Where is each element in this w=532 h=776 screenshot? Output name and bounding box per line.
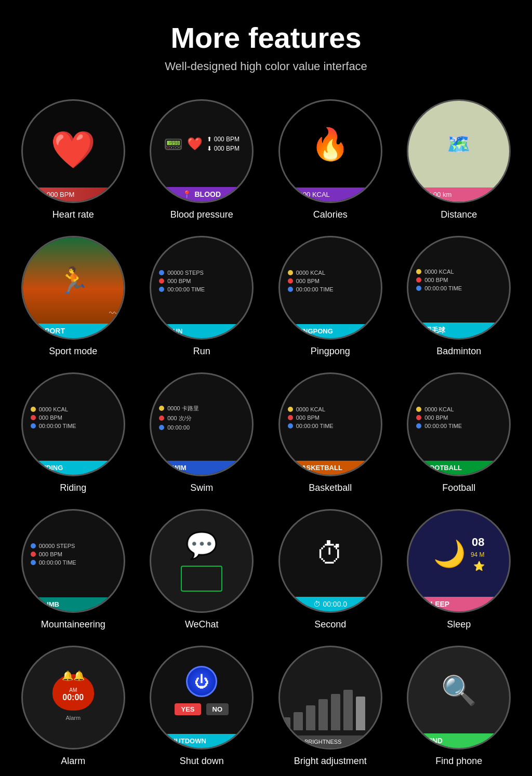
badminton-stats: 0000 KCAL 000 BPM 00:00:00 TIME — [408, 237, 509, 323]
badminton-label: Badminton — [436, 346, 481, 357]
features-grid: ❤️ ▬▬▬ 000 BPM Heart rate 📟 ❤️ ⬆ 000 BPM… — [11, 99, 521, 767]
mountaineering-label: Mountaineering — [41, 619, 105, 630]
alarm-am-label: AM — [69, 687, 77, 693]
page-title: More features — [170, 21, 361, 55]
brightness-display: ⚙ — [278, 647, 382, 735]
football-label: Football — [442, 483, 475, 493]
distance-bar: 📍 00.00 km — [408, 188, 509, 202]
heart-icon: ❤️ — [50, 111, 96, 188]
swim-circle: 0000 卡路里 000 次/分 00:00:00 🏊 SWIM — [150, 372, 254, 476]
shutdown-display: ⏻ YES NO — [175, 647, 229, 734]
brightness-bar: ▌▌▌▌ BRIGHTNESS — [280, 735, 381, 748]
distance-circle: 🗺️ 📍 00.00 km — [407, 99, 511, 203]
find-bar: 🔍 FIND — [408, 733, 509, 748]
brightness-chart — [281, 689, 365, 730]
blood-pressure-label: Blood pressure — [170, 209, 233, 220]
sleep-label: Sleep — [447, 619, 471, 630]
wechat-circle: 💬 — [150, 509, 254, 613]
pingpong-label: Pingpong — [311, 346, 350, 357]
feature-mountaineering: 00000 STEPS 000 BPM 00:00:00 TIME 🏔 CLIM… — [11, 509, 135, 630]
second-bar-text: 00:00.0 — [323, 600, 347, 608]
shutdown-label: Shut down — [180, 756, 224, 767]
time-dot — [288, 287, 293, 292]
climb-bar: 🏔 CLIMB — [23, 597, 124, 611]
feature-blood-pressure: 📟 ❤️ ⬆ 000 BPM ⬇ 000 BPM 📍 BLOOD Blood p… — [140, 99, 264, 220]
feature-second: ⏱ ⏱ 00:00.0 Second — [269, 509, 392, 630]
brightness-bar-text: BRIGHTNESS — [304, 739, 342, 745]
bar-1 — [281, 717, 290, 730]
riding-circle: 0000 KCAL 000 BPM 00:00:00 TIME 🚴 RIDING — [21, 372, 125, 476]
pingpong-bar: 🏓 PINGPONG — [280, 324, 381, 338]
run-stats: 00000 STEPS 000 BPM 00:00:00 TIME — [151, 237, 252, 324]
distance-bar-text: 📍 00.00 km — [414, 191, 451, 198]
sport-mode-label: Sport mode — [49, 346, 97, 357]
shutdown-bar-text: SHUTDOWN — [166, 737, 206, 745]
feature-sport-mode: 🏃 〰 👟 SPORT Sport mode — [11, 236, 135, 357]
run-bar: 🏃 RUN — [151, 324, 252, 338]
brightness-chart-icon: ▌▌▌▌ — [285, 739, 301, 745]
heart-rate-circle: ❤️ ▬▬▬ 000 BPM — [21, 99, 125, 203]
swim-icon: 🏊 — [156, 464, 165, 472]
feature-riding: 0000 KCAL 000 BPM 00:00:00 TIME 🚴 RIDING… — [11, 372, 135, 493]
bar-3 — [306, 705, 315, 730]
calories-bar: 🔥 0000 KCAL — [280, 188, 381, 202]
moon-small-icon: 🌙 — [414, 600, 422, 608]
bar-4 — [318, 699, 328, 730]
sport-bar-text: SPORT — [40, 327, 65, 335]
basketball-bar: 🏀 BASKETBALL — [280, 461, 381, 475]
no-button[interactable]: NO — [206, 703, 229, 715]
runner-icon: 🏃 — [57, 265, 89, 296]
shutdown-confirm-buttons: YES NO — [175, 703, 229, 715]
riding-bar: 🚴 RIDING — [23, 461, 124, 475]
riding-label: Riding — [60, 483, 86, 493]
feature-distance: 🗺️ 📍 00.00 km Distance — [397, 99, 521, 220]
heart-rate-bar: ▬▬▬ 000 BPM — [23, 188, 124, 202]
shutdown-circle: ⏻ YES NO ⏻ SHUTDOWN — [150, 646, 254, 750]
basketball-circle: 0000 KCAL 000 BPM 00:00:00 TIME 🏀 BASKET… — [278, 372, 382, 476]
second-circle: ⏱ ⏱ 00:00.0 — [278, 509, 382, 613]
find-icon: 🔍 — [414, 737, 422, 745]
distance-label: Distance — [441, 209, 477, 220]
kcal-dot — [288, 270, 293, 275]
ecg-icon: 📟 — [164, 135, 183, 153]
bar-5 — [331, 694, 340, 730]
power-button-icon: ⏻ — [186, 666, 217, 697]
basketball-label: Basketball — [309, 483, 352, 493]
sleep-bar: 🌙 SLEEP — [408, 597, 509, 611]
alarm-label: Alarm — [61, 756, 85, 767]
brightness-circle: ⚙ ▌▌▌▌ BRIGHTNESS — [278, 646, 382, 750]
sport-bar: 👟 SPORT — [23, 324, 124, 338]
feature-brightness: ⚙ ▌▌▌▌ BRIGHTNESS Bright adjustment — [269, 646, 392, 767]
feature-shutdown: ⏻ YES NO ⏻ SHUTDOWN Shut down — [140, 646, 264, 767]
run-bar-text: RUN — [168, 327, 182, 335]
blood-pin-icon: 📍 — [182, 190, 191, 198]
football-circle: 0000 KCAL 000 BPM 00:00:00 TIME ⚽ FOOTBA… — [407, 372, 511, 476]
football-stats: 0000 KCAL 000 BPM 00:00:00 TIME — [408, 374, 509, 461]
calories-circle: 🔥 🔥 0000 KCAL — [278, 99, 382, 203]
sport-shoe-icon: 👟 — [28, 327, 37, 335]
bike-icon: 🚴 — [28, 464, 36, 472]
riding-stats: 0000 KCAL 000 BPM 00:00:00 TIME — [23, 374, 124, 461]
wechat-screen — [181, 566, 222, 592]
blood-icons: 📟 ❤️ ⬆ 000 BPM ⬇ 000 BPM — [164, 101, 240, 187]
yes-button[interactable]: YES — [175, 703, 201, 715]
heart-rate-label: Heart rate — [52, 209, 94, 220]
riding-bar-text: RIDING — [39, 464, 63, 472]
badminton-bar-text: 羽毛球 — [425, 326, 445, 335]
alarm-clock-icon: 🔔🔔 AM 00:00 — [52, 674, 94, 711]
sleep-hour: 08 — [472, 536, 484, 549]
wechat-logo-icon: 💬 — [185, 530, 218, 560]
badminton-icon: 🏸 — [414, 327, 422, 335]
wechat-label: WeChat — [185, 619, 219, 630]
bar-2 — [294, 712, 303, 730]
blood-pressure-circle: 📟 ❤️ ⬆ 000 BPM ⬇ 000 BPM 📍 BLOOD — [150, 99, 254, 203]
football-bar-text: FOOTBALL — [425, 464, 462, 472]
bpm-dot — [288, 278, 293, 284]
find-phone-label: Find phone — [435, 756, 482, 767]
run-label: Run — [193, 346, 210, 357]
flame-icon: 🔥 — [311, 101, 350, 188]
climb-bar-text: CLIMB — [38, 600, 59, 608]
second-label: Second — [314, 619, 346, 630]
shutdown-bar: ⏻ SHUTDOWN — [151, 734, 252, 748]
brightness-label: Bright adjustment — [294, 756, 367, 767]
